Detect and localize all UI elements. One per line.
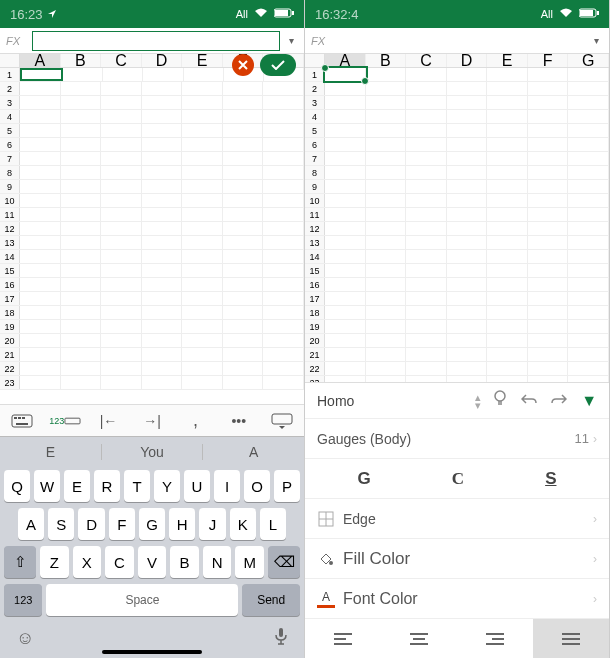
redo-icon[interactable] bbox=[551, 392, 567, 410]
cell[interactable] bbox=[325, 124, 366, 137]
cell[interactable] bbox=[20, 348, 61, 361]
cell[interactable] bbox=[263, 376, 304, 389]
column-header[interactable]: G bbox=[568, 54, 609, 67]
cell[interactable] bbox=[366, 110, 407, 123]
tab-right-icon[interactable]: →| bbox=[136, 409, 168, 433]
cell[interactable] bbox=[20, 96, 61, 109]
row-header[interactable]: 21 bbox=[305, 348, 325, 361]
cell[interactable] bbox=[223, 264, 264, 277]
cell[interactable] bbox=[20, 306, 61, 319]
cell[interactable] bbox=[447, 166, 488, 179]
cell[interactable] bbox=[263, 138, 304, 151]
cell[interactable] bbox=[447, 320, 488, 333]
row-header[interactable]: 8 bbox=[305, 166, 325, 179]
cell[interactable] bbox=[182, 82, 223, 95]
cell[interactable] bbox=[182, 320, 223, 333]
cell[interactable] bbox=[61, 110, 102, 123]
cell[interactable] bbox=[447, 138, 488, 151]
cell[interactable] bbox=[406, 166, 447, 179]
cell[interactable] bbox=[61, 138, 102, 151]
cell[interactable] bbox=[447, 292, 488, 305]
cell[interactable] bbox=[325, 362, 366, 375]
font-color-row[interactable]: AFont Color › bbox=[305, 578, 609, 618]
cell[interactable] bbox=[142, 320, 183, 333]
cell[interactable] bbox=[263, 250, 304, 263]
cell[interactable] bbox=[263, 264, 304, 277]
cell[interactable] bbox=[568, 320, 609, 333]
cell[interactable] bbox=[447, 222, 488, 235]
cell[interactable] bbox=[568, 180, 609, 193]
cell[interactable] bbox=[325, 250, 366, 263]
key-k[interactable]: K bbox=[230, 508, 256, 540]
cell[interactable] bbox=[263, 236, 304, 249]
cell[interactable] bbox=[447, 124, 488, 137]
column-header[interactable]: E bbox=[487, 54, 528, 67]
spreadsheet[interactable]: A B C D E F G 12345678910111213141516171… bbox=[305, 54, 609, 382]
tab-home[interactable]: Homo bbox=[317, 393, 463, 409]
lightbulb-icon[interactable] bbox=[493, 390, 507, 412]
row-header[interactable]: 3 bbox=[305, 96, 325, 109]
cell[interactable] bbox=[182, 362, 223, 375]
cell[interactable] bbox=[366, 376, 407, 382]
cell[interactable] bbox=[366, 152, 407, 165]
cell[interactable] bbox=[182, 348, 223, 361]
cell[interactable] bbox=[568, 96, 609, 109]
cell[interactable] bbox=[142, 124, 183, 137]
cell[interactable] bbox=[142, 376, 183, 389]
cell[interactable] bbox=[142, 264, 183, 277]
cell[interactable] bbox=[568, 264, 609, 277]
cell[interactable] bbox=[20, 124, 61, 137]
cell[interactable] bbox=[487, 236, 528, 249]
cell[interactable] bbox=[263, 194, 304, 207]
cell[interactable] bbox=[20, 82, 61, 95]
cell[interactable] bbox=[182, 138, 223, 151]
key-s[interactable]: S bbox=[48, 508, 74, 540]
cell[interactable] bbox=[182, 264, 223, 277]
cell[interactable] bbox=[487, 152, 528, 165]
cell[interactable] bbox=[142, 334, 183, 347]
row-header[interactable]: 4 bbox=[0, 110, 20, 123]
cell[interactable] bbox=[182, 194, 223, 207]
cell[interactable] bbox=[142, 82, 183, 95]
row-header[interactable]: 3 bbox=[0, 96, 20, 109]
cell[interactable] bbox=[568, 348, 609, 361]
cell[interactable] bbox=[406, 348, 447, 361]
cell[interactable] bbox=[528, 68, 569, 81]
cell[interactable] bbox=[366, 96, 407, 109]
align-center-button[interactable] bbox=[381, 619, 457, 659]
cell[interactable] bbox=[528, 362, 569, 375]
cell[interactable] bbox=[406, 152, 447, 165]
cell[interactable] bbox=[223, 376, 264, 389]
cell[interactable] bbox=[528, 82, 569, 95]
cell[interactable] bbox=[223, 180, 264, 193]
cell[interactable] bbox=[182, 124, 223, 137]
cell[interactable] bbox=[528, 320, 569, 333]
cell[interactable] bbox=[61, 376, 102, 389]
cell[interactable] bbox=[447, 306, 488, 319]
cell[interactable] bbox=[101, 264, 142, 277]
cell[interactable] bbox=[447, 362, 488, 375]
cell[interactable] bbox=[142, 250, 183, 263]
cell[interactable] bbox=[61, 348, 102, 361]
cell[interactable] bbox=[366, 292, 407, 305]
cell[interactable] bbox=[487, 194, 528, 207]
cell[interactable] bbox=[182, 278, 223, 291]
cell[interactable] bbox=[528, 376, 569, 382]
cell[interactable] bbox=[487, 348, 528, 361]
cell[interactable] bbox=[325, 348, 366, 361]
cell[interactable] bbox=[406, 208, 447, 221]
cell[interactable] bbox=[142, 236, 183, 249]
cell[interactable] bbox=[528, 110, 569, 123]
undo-icon[interactable] bbox=[521, 392, 537, 410]
cell[interactable] bbox=[142, 96, 183, 109]
cell[interactable] bbox=[101, 236, 142, 249]
cell[interactable] bbox=[366, 166, 407, 179]
cell[interactable] bbox=[20, 208, 61, 221]
cell[interactable] bbox=[263, 110, 304, 123]
cell[interactable] bbox=[263, 222, 304, 235]
cell[interactable] bbox=[142, 110, 183, 123]
cell[interactable] bbox=[101, 250, 142, 263]
cell[interactable] bbox=[61, 124, 102, 137]
cell[interactable] bbox=[406, 222, 447, 235]
cell[interactable] bbox=[101, 320, 142, 333]
